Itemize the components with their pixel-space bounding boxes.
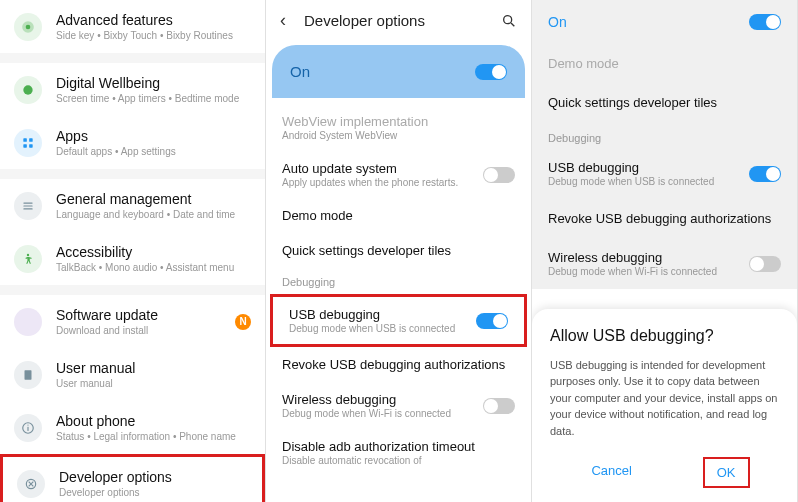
c3-item-quick-tiles[interactable]: Quick settings developer tiles (532, 83, 797, 122)
item-title: Apps (56, 128, 251, 144)
on-label: On (548, 14, 567, 30)
wellbeing-icon (14, 76, 42, 104)
item-title: Software update (56, 307, 235, 323)
item-subtitle: Developer options (59, 487, 248, 498)
back-icon[interactable]: ‹ (280, 10, 286, 31)
usb-debugging-toggle[interactable] (749, 166, 781, 182)
svg-rect-13 (27, 426, 28, 430)
svg-rect-11 (25, 370, 32, 379)
dev-item-usb-debugging[interactable]: USB debugging Debug mode when USB is con… (270, 294, 527, 347)
item-subtitle: Default apps • App settings (56, 146, 251, 157)
svg-rect-9 (23, 208, 32, 209)
dev-item-disable-adb-timeout[interactable]: Disable adb authorization timeout Disabl… (266, 429, 531, 476)
master-toggle[interactable] (475, 64, 507, 80)
general-management-icon (14, 192, 42, 220)
svg-rect-4 (29, 138, 33, 142)
svg-point-1 (26, 24, 31, 29)
dev-item-revoke-auth[interactable]: Revoke USB debugging authorizations (266, 347, 531, 382)
update-badge: N (235, 314, 251, 330)
item-title: Digital Wellbeing (56, 75, 251, 91)
advanced-features-icon (14, 13, 42, 41)
svg-point-16 (504, 15, 512, 23)
c3-item-demo-mode[interactable]: Demo mode (532, 44, 797, 83)
apps-icon (14, 129, 42, 157)
software-update-icon (14, 308, 42, 336)
item-subtitle: User manual (56, 378, 251, 389)
settings-column: Advanced features Side key • Bixby Touch… (0, 0, 266, 502)
usb-debugging-dialog: Allow USB debugging? USB debugging is in… (532, 309, 797, 503)
dev-item-quick-tiles[interactable]: Quick settings developer tiles (266, 233, 531, 268)
item-title: Accessibility (56, 244, 251, 260)
svg-point-10 (27, 253, 29, 255)
c3-item-usb-debugging[interactable]: USB debugging Debug mode when USB is con… (532, 148, 797, 199)
dev-item-demo-mode[interactable]: Demo mode (266, 198, 531, 233)
accessibility-icon (14, 245, 42, 273)
item-title: User manual (56, 360, 251, 376)
settings-item-developer-options[interactable]: Developer options Developer options (0, 454, 265, 502)
developer-options-column: ‹ Developer options On WebView implement… (266, 0, 532, 502)
item-subtitle: Screen time • App timers • Bedtime mode (56, 93, 251, 104)
item-subtitle: Language and keyboard • Date and time (56, 209, 251, 220)
svg-rect-5 (23, 144, 27, 148)
c3-item-revoke-auth[interactable]: Revoke USB debugging authorizations (532, 199, 797, 238)
item-title: About phone (56, 413, 251, 429)
wireless-debugging-toggle[interactable] (483, 398, 515, 414)
settings-item-about-phone[interactable]: About phone Status • Legal information •… (0, 401, 265, 454)
developer-options-icon (17, 470, 45, 498)
auto-update-toggle[interactable] (483, 167, 515, 183)
master-toggle[interactable] (749, 14, 781, 30)
svg-point-2 (23, 85, 32, 94)
svg-rect-8 (23, 205, 32, 206)
debugging-section-header: Debugging (532, 122, 797, 148)
item-subtitle: Side key • Bixby Touch • Bixby Routines (56, 30, 251, 41)
svg-rect-3 (23, 138, 27, 142)
ok-button[interactable]: OK (703, 457, 750, 488)
dev-item-wireless-debugging[interactable]: Wireless debugging Debug mode when Wi-Fi… (266, 382, 531, 429)
svg-point-14 (27, 424, 28, 425)
item-subtitle: Download and install (56, 325, 235, 336)
dev-item-webview[interactable]: WebView implementation Android System We… (266, 104, 531, 151)
dialog-title: Allow USB debugging? (550, 327, 779, 345)
settings-item-advanced-features[interactable]: Advanced features Side key • Bixby Touch… (0, 0, 265, 53)
svg-rect-7 (23, 202, 32, 203)
usb-debugging-toggle[interactable] (476, 313, 508, 329)
dev-item-auto-update[interactable]: Auto update system Apply updates when th… (266, 151, 531, 198)
settings-item-apps[interactable]: Apps Default apps • App settings (0, 116, 265, 169)
master-toggle-banner[interactable]: On (272, 45, 525, 98)
search-icon[interactable] (501, 13, 517, 29)
settings-item-software-update[interactable]: Software update Download and install N (0, 295, 265, 348)
settings-item-accessibility[interactable]: Accessibility TalkBack • Mono audio • As… (0, 232, 265, 285)
on-label: On (290, 63, 310, 80)
dialog-body: USB debugging is intended for developmen… (550, 357, 779, 440)
item-title: Advanced features (56, 12, 251, 28)
dialog-column: On Demo mode Quick settings developer ti… (532, 0, 798, 502)
debugging-section-header: Debugging (266, 268, 531, 294)
svg-line-17 (511, 23, 514, 26)
master-toggle-row[interactable]: On (532, 0, 797, 44)
cancel-button[interactable]: Cancel (579, 457, 643, 488)
wireless-debugging-toggle[interactable] (749, 256, 781, 272)
settings-item-general-management[interactable]: General management Language and keyboard… (0, 179, 265, 232)
settings-item-user-manual[interactable]: User manual User manual (0, 348, 265, 401)
item-title: Developer options (59, 469, 248, 485)
settings-item-digital-wellbeing[interactable]: Digital Wellbeing Screen time • App time… (0, 63, 265, 116)
c3-item-wireless-debugging[interactable]: Wireless debugging Debug mode when Wi-Fi… (532, 238, 797, 289)
item-subtitle: Status • Legal information • Phone name (56, 431, 251, 442)
user-manual-icon (14, 361, 42, 389)
about-phone-icon (14, 414, 42, 442)
svg-rect-6 (29, 144, 33, 148)
item-subtitle: TalkBack • Mono audio • Assistant menu (56, 262, 251, 273)
page-title: Developer options (304, 12, 501, 29)
developer-header: ‹ Developer options (266, 0, 531, 41)
item-title: General management (56, 191, 251, 207)
